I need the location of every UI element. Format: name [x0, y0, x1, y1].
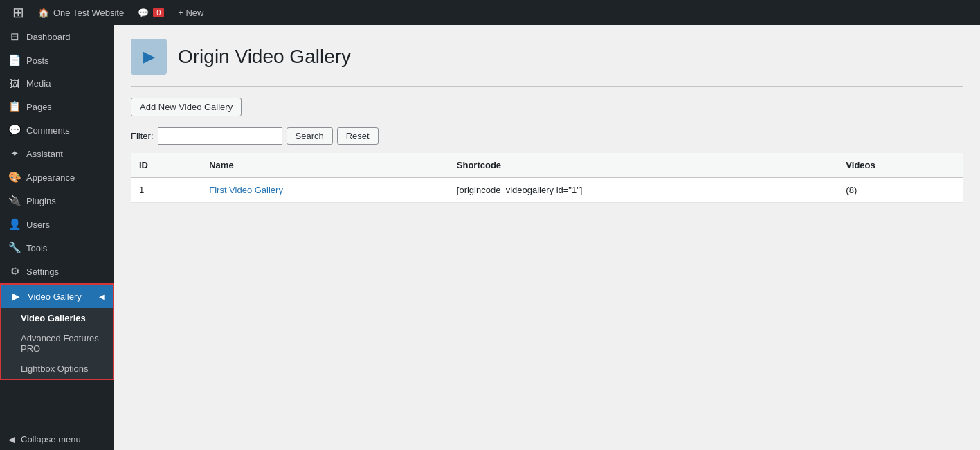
video-gallery-submenu-container: ▶ Video Gallery ◀ Video Galleries Advanc…	[0, 283, 114, 380]
sidebar-item-plugins[interactable]: 🔌 Plugins	[0, 189, 114, 213]
sidebar-item-media[interactable]: 🖼 Media	[0, 72, 114, 95]
wp-logo-item[interactable]: ⊞	[6, 0, 31, 25]
comments-count: 0	[153, 8, 164, 17]
video-gallery-icon: ▶	[10, 290, 22, 303]
sidebar-item-tools[interactable]: 🔧 Tools	[0, 236, 114, 260]
col-header-videos: Videos	[837, 153, 963, 178]
wp-logo-icon: ⊞	[12, 4, 24, 21]
filter-row: Filter: Search Reset	[131, 127, 963, 145]
add-new-video-gallery-button[interactable]: Add New Video Gallery	[131, 98, 242, 116]
filter-label: Filter:	[131, 131, 154, 141]
page-title: Origin Video Gallery	[178, 46, 351, 68]
plugins-icon: 🔌	[8, 195, 21, 207]
gallery-name-link[interactable]: First Video Gallery	[209, 185, 283, 195]
page-header: ▶ Origin Video Gallery	[131, 39, 963, 87]
pages-icon: 📋	[8, 100, 21, 113]
reset-button[interactable]: Reset	[337, 127, 379, 145]
sidebar-item-posts[interactable]: 📄 Posts	[0, 48, 114, 72]
cell-name: First Video Gallery	[201, 178, 448, 203]
cell-videos: (8)	[837, 178, 963, 203]
submenu-label: Advanced Features PRO	[21, 333, 99, 354]
sidebar: ⊟ Dashboard 📄 Posts 🖼 Media 📋 Pages 💬 Co…	[0, 25, 114, 450]
sidebar-item-dashboard[interactable]: ⊟ Dashboard	[0, 25, 114, 48]
sidebar-item-label: Settings	[26, 267, 59, 277]
search-button[interactable]: Search	[287, 127, 333, 145]
sidebar-item-assistant[interactable]: ✦ Assistant	[0, 142, 114, 165]
new-label: + New	[178, 8, 203, 18]
assistant-icon: ✦	[8, 147, 21, 160]
sidebar-item-users[interactable]: 👤 Users	[0, 213, 114, 236]
dashboard-icon: ⊟	[8, 30, 21, 43]
home-icon: 🏠	[38, 8, 49, 18]
page-icon: ▶	[131, 39, 167, 75]
submenu-item-advanced-features[interactable]: Advanced Features PRO	[1, 328, 113, 359]
cell-shortcode: [origincode_videogallery id="1"]	[448, 178, 838, 203]
settings-icon: ⚙	[8, 265, 21, 278]
collapse-menu-button[interactable]: ◀ Collapse menu	[0, 429, 114, 450]
comments-sidebar-icon: 💬	[8, 124, 21, 136]
sidebar-item-label: Dashboard	[26, 32, 71, 42]
sidebar-item-comments[interactable]: 💬 Comments	[0, 118, 114, 142]
collapse-icon: ◀	[8, 434, 15, 444]
sidebar-item-label: Users	[26, 219, 50, 230]
sidebar-item-label: Assistant	[26, 149, 63, 159]
media-icon: 🖼	[8, 78, 21, 89]
submenu-item-video-galleries[interactable]: Video Galleries	[1, 308, 113, 328]
table-header-row: ID Name Shortcode Videos	[131, 153, 963, 178]
users-icon: 👤	[8, 218, 21, 231]
sidebar-item-label: Pages	[26, 102, 52, 112]
video-play-icon: ▶	[143, 48, 155, 66]
sidebar-item-label: Tools	[26, 243, 47, 253]
site-name: One Test Website	[53, 8, 124, 18]
sidebar-item-label: Video Gallery	[28, 291, 82, 302]
main-content: ▶ Origin Video Gallery Add New Video Gal…	[114, 25, 980, 450]
site-name-item[interactable]: 🏠 One Test Website	[31, 0, 131, 25]
submenu-item-lightbox-options[interactable]: Lightbox Options	[1, 359, 113, 379]
comments-item[interactable]: 💬 0	[131, 0, 171, 25]
new-item[interactable]: + New	[171, 0, 210, 25]
col-header-name: Name	[201, 153, 448, 178]
sidebar-item-label: Plugins	[26, 196, 56, 206]
sidebar-item-pages[interactable]: 📋 Pages	[0, 95, 114, 118]
sidebar-item-label: Comments	[26, 125, 70, 136]
arrow-icon: ◀	[99, 293, 105, 300]
admin-bar: ⊞ 🏠 One Test Website 💬 0 + New	[0, 0, 980, 25]
tools-icon: 🔧	[8, 242, 21, 254]
sidebar-item-settings[interactable]: ⚙ Settings	[0, 260, 114, 283]
gallery-table: ID Name Shortcode Videos 1 First Video G…	[131, 153, 963, 203]
sidebar-item-label: Appearance	[26, 172, 75, 183]
appearance-icon: 🎨	[8, 171, 21, 183]
sidebar-item-appearance[interactable]: 🎨 Appearance	[0, 165, 114, 189]
sidebar-item-video-gallery[interactable]: ▶ Video Gallery ◀	[1, 285, 113, 308]
submenu-label: Lightbox Options	[21, 363, 89, 374]
col-header-id: ID	[131, 153, 201, 178]
table-row: 1 First Video Gallery [origincode_videog…	[131, 178, 963, 203]
submenu-label: Video Galleries	[21, 313, 86, 323]
cell-id: 1	[131, 178, 201, 203]
col-header-shortcode: Shortcode	[448, 153, 838, 178]
collapse-label: Collapse menu	[21, 434, 81, 444]
sidebar-item-label: Posts	[26, 55, 49, 66]
filter-input[interactable]	[158, 127, 282, 145]
sidebar-item-label: Media	[26, 78, 51, 89]
comments-icon: 💬	[138, 8, 149, 18]
posts-icon: 📄	[8, 54, 21, 66]
